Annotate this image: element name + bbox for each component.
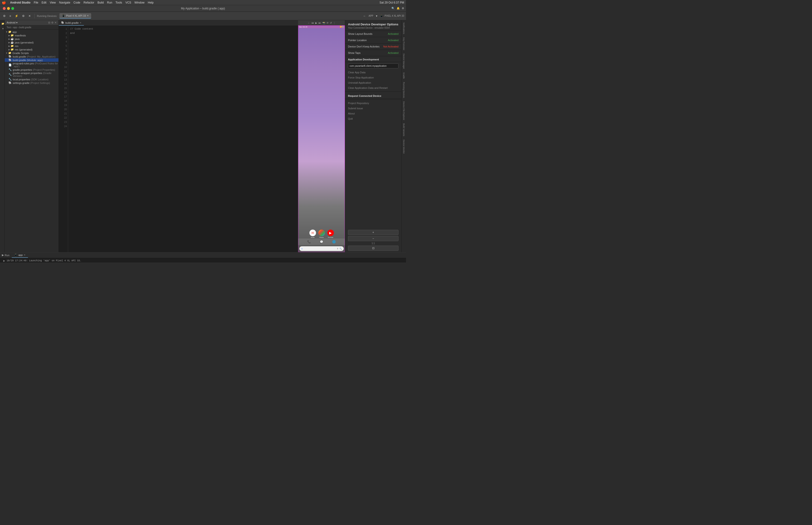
menu-window[interactable]: Window <box>134 1 144 4</box>
close-button[interactable] <box>3 7 6 10</box>
menu-help[interactable]: Help <box>148 1 154 4</box>
navbar-chrome-btn[interactable]: 🌐 <box>332 240 336 243</box>
about-btn[interactable]: About <box>345 111 401 116</box>
lens-icon[interactable]: 🔍 <box>339 248 342 250</box>
quit-btn[interactable]: Quit <box>345 116 401 121</box>
uninstall-app-btn[interactable]: Uninstall Application <box>345 80 401 85</box>
run-play-btn[interactable]: ▶ <box>2 259 6 262</box>
build-variants-tab[interactable]: Build Variants <box>402 122 405 138</box>
force-stop-btn[interactable]: Force Stop Application <box>345 75 401 80</box>
notifications-tab[interactable]: Notifications <box>402 21 405 35</box>
editor-tab-build-gradle[interactable]: 🐘 build.gradle ✕ <box>59 20 84 26</box>
breadcrumb-test[interactable]: Test <box>6 26 11 29</box>
device-monitor-tab[interactable]: Device Monitor <box>402 138 405 155</box>
tree-item-gradle-wrapper[interactable]: 🔧 gradle-wrapper.properties (Gradle Vers… <box>5 72 59 77</box>
file-tree-dropdown[interactable]: Android ▾ <box>6 21 18 24</box>
emulator-refresh-btn[interactable]: ↺ <box>330 21 332 24</box>
maximize-button[interactable] <box>11 7 14 10</box>
menu-navigate[interactable]: Navigate <box>59 1 70 4</box>
zoom-out-btn[interactable]: − <box>348 236 398 241</box>
tree-item-settings-gradle[interactable]: 🐘 settings.gradle (Project Settings) <box>5 81 59 85</box>
device-file-explorer-tab[interactable]: Device File Explorer <box>402 100 405 122</box>
project-repo-btn[interactable]: Project Repository <box>345 101 401 106</box>
tree-item-build-gradle-project[interactable]: 🐘 build.gradle (Project: My_Application) <box>5 55 59 58</box>
panel-settings-btn[interactable]: ⚙ <box>51 21 53 24</box>
menu-tools[interactable]: Tools <box>116 1 122 4</box>
menu-refactor[interactable]: Refactor <box>83 1 94 4</box>
close-run-tab-icon[interactable]: ✕ <box>24 254 26 256</box>
menu-code[interactable]: Code <box>74 1 80 4</box>
menu-run[interactable]: Run <box>107 1 112 4</box>
navbar-phone-btn[interactable]: 📞 <box>307 240 311 243</box>
tree-item-gradle-scripts[interactable]: ▼ 📁 Gradle Scripts <box>5 51 59 55</box>
menu-file[interactable]: File <box>34 1 38 4</box>
emulator-rotate-btn[interactable]: ⟳ <box>326 21 328 24</box>
breadcrumb-file[interactable]: build.gradle <box>19 26 31 29</box>
youtube-icon[interactable]: ▶ <box>327 229 334 236</box>
code-editor[interactable]: // Code content <box>68 26 298 252</box>
emulator-rewind-btn[interactable]: ⏭ <box>319 21 321 24</box>
running-devices-tab[interactable]: Running Devices <box>402 80 405 100</box>
submit-issue-btn[interactable]: Submit Issue <box>345 106 401 111</box>
device-tab-pixel[interactable]: 📱 Pixel 4 XL API 33 ✕ <box>59 13 91 18</box>
close-tab-icon[interactable]: ✕ <box>80 21 81 24</box>
toolbar-settings-btn[interactable]: ⚙ <box>2 14 7 18</box>
notification-icon[interactable]: 🔔 <box>397 7 400 10</box>
toolbar-gear-btn[interactable]: ⚙ <box>21 14 26 18</box>
photos-icon[interactable] <box>318 229 325 236</box>
toolbar-list-btn[interactable]: ≡ <box>8 14 12 18</box>
tree-item-proguard[interactable]: 📄 proguard-rules.pro (ProGuard Rules for… <box>5 62 59 68</box>
tree-item-label: res <box>15 45 18 47</box>
device-manager-tab[interactable]: Device Manager <box>402 52 405 71</box>
tree-item-res[interactable]: ▶ 📁 res <box>5 44 59 48</box>
device-tab-close-icon[interactable]: ✕ <box>87 15 89 17</box>
app-run-tab[interactable]: 📱 app ✕ <box>12 252 28 258</box>
emulator-screen[interactable]: Sat, Oct 29 📶🔋 ✉ Gmail Photos ▶ <box>298 25 345 252</box>
emulator-search-bar[interactable]: G 🎙 🔍 <box>299 246 344 251</box>
tree-item-gradle-properties[interactable]: 🔧 gradle.properties (Project Properties) <box>5 68 59 72</box>
search-icon[interactable]: 🔍 <box>392 7 395 10</box>
minimize-button[interactable] <box>7 7 10 10</box>
key-promoter-tab[interactable]: Key Promoter <box>402 36 405 52</box>
gradle-tab[interactable]: Gradle <box>402 71 405 80</box>
clear-app-data-btn[interactable]: Clear App Data <box>345 70 401 75</box>
gmail-container[interactable]: ✉ Gmail <box>309 229 316 238</box>
favorites-btn[interactable]: ★ <box>0 26 5 31</box>
breadcrumb-app[interactable]: app <box>13 26 17 29</box>
package-name-input[interactable] <box>348 63 398 69</box>
structure-panel-btn[interactable]: 📁 <box>0 21 5 26</box>
panel-close-btn[interactable]: ✕ <box>55 21 57 24</box>
emulator-more-btn[interactable]: ⋮ <box>333 21 336 24</box>
emulator-snapshot-btn[interactable]: 📸 <box>322 21 325 24</box>
toolbar-arrow-back[interactable]: ← <box>362 14 367 18</box>
menu-build[interactable]: Build <box>97 1 104 4</box>
settings-icon[interactable]: ⚙ <box>402 7 404 10</box>
photos-container[interactable]: Photos <box>318 229 325 238</box>
menu-view[interactable]: View <box>50 1 56 4</box>
tree-item-build-gradle-module[interactable]: 🐘 build.gradle (Module :app) <box>5 58 59 62</box>
system-time: Sat 29 Oct 6:37 PM <box>380 1 404 4</box>
tree-item-local-properties[interactable]: 🔧 local.properties (SDK Location) <box>5 77 59 81</box>
navbar-msg-btn[interactable]: 💬 <box>320 240 323 243</box>
youtube-container[interactable]: ▶ YouTube <box>327 229 334 238</box>
apple-icon[interactable]: 🍎 <box>2 1 6 4</box>
zoom-fit-btn[interactable]: ⊡ <box>348 245 398 251</box>
tree-item-manifests[interactable]: ▶ 📁 manifests <box>5 34 59 37</box>
gmail-icon[interactable]: ✉ <box>309 229 316 236</box>
emulator-prev-btn[interactable]: ⏮ <box>311 21 314 24</box>
toolbar-dropdown-btn[interactable]: ▾ <box>375 14 379 18</box>
tree-item-res-gen[interactable]: ▶ 📁 res (generated) <box>5 48 59 51</box>
tree-item-app[interactable]: ▼ 📁 app <box>5 30 59 34</box>
tree-item-java[interactable]: ▶ ☕ java <box>5 37 59 41</box>
emulator-play-btn[interactable]: ▶ <box>315 21 317 24</box>
collapse-all-btn[interactable]: ⊟ <box>48 21 50 24</box>
emulator-back-btn[interactable]: ← <box>308 21 310 24</box>
clear-restart-btn[interactable]: Clear Application Data and Restart <box>345 85 401 90</box>
mic-icon[interactable]: 🎙 <box>337 248 339 250</box>
tree-item-java-gen[interactable]: ▶ ☕ java (generated) <box>5 41 59 44</box>
toolbar-close-btn[interactable]: ✕ <box>27 14 32 18</box>
zoom-in-btn[interactable]: + <box>348 230 398 235</box>
toolbar-filter-btn[interactable]: ⚡ <box>14 14 19 18</box>
menu-edit[interactable]: Edit <box>42 1 47 4</box>
menu-vcs[interactable]: VCS <box>125 1 131 4</box>
